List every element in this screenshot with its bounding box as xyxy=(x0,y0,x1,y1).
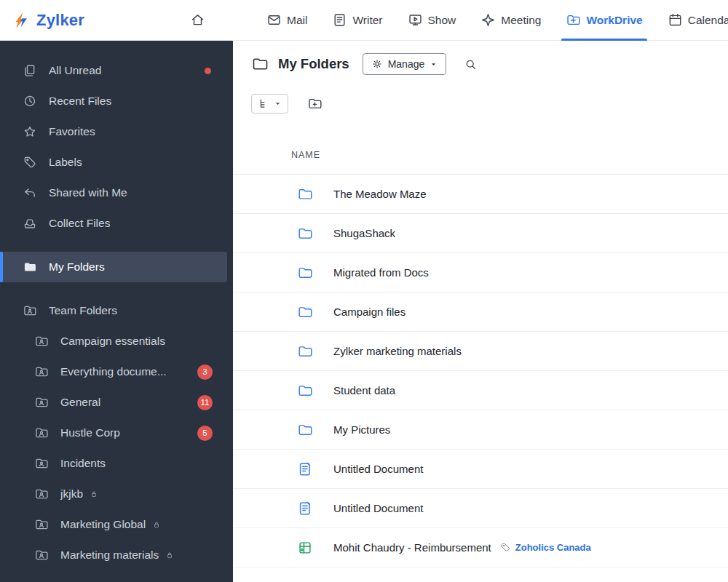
search-button[interactable] xyxy=(464,57,478,71)
new-folder-button[interactable] xyxy=(307,96,323,111)
lock-icon xyxy=(151,519,162,530)
toolbar xyxy=(233,87,728,119)
sidebar-item-label: Marketing materials xyxy=(60,549,159,562)
topbar: Zylker MailWriterShowMeetingWorkDriveCal… xyxy=(0,0,728,41)
nav-item-mail[interactable]: Mail xyxy=(266,0,307,41)
folder-icon xyxy=(297,579,314,582)
nav-item-show[interactable]: Show xyxy=(408,0,456,41)
sheet-icon xyxy=(297,540,314,556)
table-header: NAME xyxy=(233,135,728,175)
sidebar-item-general[interactable]: General11 xyxy=(0,387,227,418)
folder-icon xyxy=(297,304,314,320)
shared-folder-icon xyxy=(34,456,50,471)
nav-item-workdrive[interactable]: WorkDrive xyxy=(566,0,642,41)
shared-folder-icon xyxy=(34,487,50,501)
file-name: Zylker marketing materials xyxy=(333,345,462,357)
team-folder-icon xyxy=(23,303,39,318)
folder-icon xyxy=(297,186,314,202)
sidebar-item-everything-documents[interactable]: Everything docume...3 xyxy=(0,356,227,387)
file-name: Student data xyxy=(333,384,395,396)
manage-button[interactable]: Manage xyxy=(363,53,447,75)
sidebar-item-incidents[interactable]: Incidents xyxy=(0,448,227,479)
nav-item-label: Show xyxy=(428,14,456,27)
file-name: Mohit Chaudry - Reimbursement xyxy=(333,541,491,554)
name-column-header[interactable]: NAME xyxy=(291,150,320,160)
sidebar-item-marketing-materials[interactable]: Marketing materials xyxy=(0,540,227,570)
file-name: The Meadow Maze xyxy=(333,188,427,200)
unread-badge: 3 xyxy=(197,364,213,380)
folder-icon xyxy=(297,422,314,438)
gear-icon xyxy=(371,58,383,70)
file-name: Untitled Document xyxy=(333,502,423,514)
team-folder-tag: Zoholics Canada xyxy=(500,542,591,553)
sidebar-item-label: General xyxy=(60,396,100,409)
file-row[interactable]: Mohit Chaudry - ReimbursementZoholics Ca… xyxy=(233,528,728,567)
sidebar-item-label: Favorites xyxy=(49,125,95,138)
view-options-button[interactable] xyxy=(251,94,288,113)
clock-icon xyxy=(23,94,39,108)
tree-view-icon xyxy=(258,97,270,110)
nav-item-label: Meeting xyxy=(501,14,541,27)
sidebar-item-labels[interactable]: Labels xyxy=(0,147,227,178)
file-row[interactable]: Untitled Document xyxy=(233,489,728,528)
sidebar-item-label: Labels xyxy=(49,156,82,169)
file-row[interactable]: Untitled Document xyxy=(233,450,728,489)
nav-item-home[interactable] xyxy=(190,0,205,41)
shared-folder-icon xyxy=(34,548,50,562)
file-row[interactable]: ShugaShack xyxy=(233,214,728,253)
main-header: My Folders Manage xyxy=(233,41,728,87)
chevron-down-icon xyxy=(274,100,282,108)
file-row[interactable]: My Pictures xyxy=(233,410,728,450)
page-title: My Folders xyxy=(278,56,349,72)
my-folders-title-icon xyxy=(251,55,269,73)
file-row[interactable]: Migrated from Docs xyxy=(233,253,728,292)
star-icon xyxy=(23,124,39,139)
file-name: ShugaShack xyxy=(333,227,395,239)
sidebar-item-favorites[interactable]: Favorites xyxy=(0,116,227,147)
lock-icon xyxy=(89,489,99,499)
file-row[interactable]: Student data xyxy=(233,371,728,410)
file-row[interactable]: Zylker marketing materials xyxy=(233,332,728,371)
file-row[interactable]: Campaign files xyxy=(233,292,728,332)
writer-icon xyxy=(332,12,347,28)
collect-icon xyxy=(23,216,39,231)
folder-icon xyxy=(297,343,314,359)
sidebar-item-my-folders[interactable]: My Folders xyxy=(0,252,227,282)
folder-filled-icon xyxy=(23,260,39,274)
nav-item-writer[interactable]: Writer xyxy=(332,0,382,41)
team-folder-link[interactable]: Zoholics Canada xyxy=(515,542,591,553)
sidebar-item-shared-with-me[interactable]: Shared with Me xyxy=(0,178,227,208)
unread-badge: 5 xyxy=(197,426,213,441)
sidebar-item-label: Marketing Global xyxy=(60,518,146,531)
sidebar-item-label: Everything docume... xyxy=(60,365,167,378)
nav-item-meeting[interactable]: Meeting xyxy=(480,0,541,41)
folder-icon xyxy=(297,383,314,399)
sidebar-nav: All UnreadRecent FilesFavoritesLabelsSha… xyxy=(0,55,233,570)
file-row[interactable] xyxy=(233,567,728,582)
sidebar-item-label: Hustle Corp xyxy=(60,426,120,439)
sidebar-item-marketing-global[interactable]: Marketing Global xyxy=(0,509,227,540)
sidebar-item-campaign-essentials[interactable]: Campaign essentials xyxy=(0,326,227,356)
shared-folder-icon xyxy=(34,426,50,440)
shared-folder-icon xyxy=(34,517,50,532)
calendar-icon xyxy=(668,12,683,28)
sidebar-item-team-folders[interactable]: Team Folders xyxy=(0,295,227,326)
sidebar-item-recent-files[interactable]: Recent Files xyxy=(0,86,227,116)
brand[interactable]: Zylker xyxy=(0,11,84,30)
sidebar-item-jkjkb[interactable]: jkjkb xyxy=(0,479,227,509)
sidebar-item-label: Incidents xyxy=(60,457,106,470)
zylker-logo-icon xyxy=(12,11,31,30)
share-icon xyxy=(23,186,39,200)
sidebar-item-label: Shared with Me xyxy=(49,186,127,199)
sidebar-item-hustle-corp[interactable]: Hustle Corp5 xyxy=(0,418,227,448)
sidebar-item-label: Team Folders xyxy=(49,304,117,317)
nav-item-calendar[interactable]: Calendar xyxy=(668,0,728,41)
home-icon xyxy=(190,12,205,28)
sidebar-item-label: Recent Files xyxy=(49,95,111,108)
mail-icon xyxy=(266,12,282,28)
sidebar-item-all-unread[interactable]: All Unread xyxy=(0,55,227,86)
file-row[interactable]: The Meadow Maze xyxy=(233,175,728,214)
topbar-nav: MailWriterShowMeetingWorkDriveCalendar xyxy=(84,0,728,41)
sidebar-item-collect-files[interactable]: Collect Files xyxy=(0,208,227,239)
nav-item-label: Mail xyxy=(287,14,307,27)
